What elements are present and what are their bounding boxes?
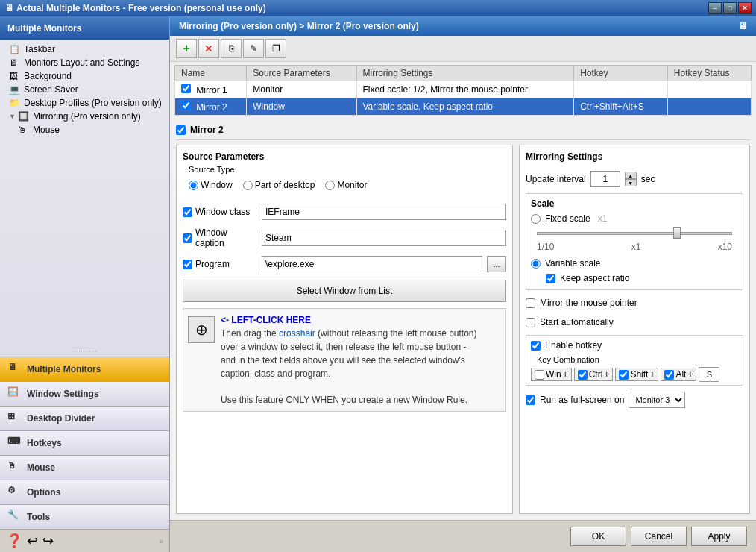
sidebar-item-mouse[interactable]: 🖱 Mouse [0, 123, 169, 137]
sidebar-btn-hotkeys[interactable]: ⌨ Hotkeys [0, 430, 169, 455]
alt-key-label: Alt [675, 369, 686, 380]
radio-monitor[interactable] [325, 181, 335, 190]
enable-hotkey-checkbox[interactable] [531, 341, 541, 351]
crosshair-line1: Then drag the crosshair (without releasi… [221, 328, 477, 339]
content-title: Mirroring (Pro version only) > Mirror 2 … [179, 21, 419, 31]
win-plus: + [563, 369, 568, 380]
window-fields: Window class Window caption [183, 202, 506, 274]
crosshair-highlight: crosshair [279, 328, 315, 339]
sidebar-btn-window-settings[interactable]: 🪟 Window Settings [0, 381, 169, 406]
duplicate-button[interactable]: ❐ [265, 39, 286, 58]
sidebar-btn-multiple-monitors[interactable]: 🖥 Multiple Monitors [0, 357, 169, 381]
monitor-select[interactable]: Monitor 3 Monitor 1 Monitor 2 [629, 392, 685, 408]
row1-hotkey [574, 81, 668, 98]
cancel-button[interactable]: Cancel [631, 527, 687, 546]
add-button[interactable]: + [176, 39, 197, 58]
shift-plus: + [649, 369, 655, 380]
enable-hotkey-label: Enable hotkey [545, 340, 602, 351]
screensaver-icon: 💻 [9, 84, 21, 95]
window-caption-input[interactable] [262, 230, 506, 246]
add-icon: + [183, 42, 189, 55]
expand-sidebar-icon[interactable]: » [159, 537, 163, 545]
radio-window-option[interactable]: Window [189, 180, 233, 190]
apply-button[interactable]: Apply [691, 527, 747, 546]
variable-scale-radio[interactable] [531, 259, 541, 269]
update-interval-row: Update interval ▲ ▼ sec [526, 171, 743, 187]
ctrl-key-checkbox[interactable] [578, 370, 588, 380]
panel-title-row: Mirror 2 [176, 125, 750, 140]
ok-button[interactable]: OK [570, 527, 626, 546]
minimize-button[interactable]: ─ [708, 2, 722, 14]
row1-mirroring: Fixed scale: 1/2, Mirror the mouse point… [356, 81, 574, 98]
desktop-divider-icon: ⊞ [7, 411, 22, 426]
mirror-mouse-checkbox[interactable] [526, 298, 535, 308]
table-row[interactable]: Mirror 2 Window Variable scale, Keep asp… [175, 98, 752, 116]
options-icon: ⚙ [7, 485, 22, 500]
taskbar-icon: 📋 [9, 44, 21, 54]
radio-window[interactable] [189, 181, 198, 190]
redo-icon[interactable]: ↪ [42, 533, 54, 549]
window-class-checkbox[interactable] [183, 207, 192, 217]
col-name: Name [175, 66, 247, 81]
sidebar-item-mirroring[interactable]: ▼ 🔲 Mirroring (Pro version only) [0, 110, 169, 123]
source-params-section: Source Parameters Source Type Window [183, 151, 506, 193]
crosshair-icon[interactable]: ⊕ [188, 316, 215, 343]
scale-labels: 1/10 x1 x10 [537, 242, 732, 252]
sidebar-btn-tools[interactable]: 🔧 Tools [0, 504, 169, 529]
radio-part-desktop[interactable] [243, 181, 253, 190]
fullscreen-label: Run as full-screen on [540, 395, 624, 405]
undo-icon[interactable]: ↩ [27, 533, 38, 549]
select-window-button[interactable]: Select Window from List [183, 280, 506, 302]
sidebar-btn-desktop-divider[interactable]: ⊞ Desktop Divider [0, 406, 169, 430]
program-input[interactable] [262, 256, 482, 272]
row2-checkbox[interactable] [181, 101, 191, 110]
start-auto-checkbox[interactable] [526, 318, 535, 327]
radio-monitor-option[interactable]: Monitor [325, 180, 367, 190]
row1-checkbox[interactable] [181, 84, 191, 93]
maximize-button[interactable]: □ [723, 2, 737, 14]
copy-button[interactable]: ⎘ [221, 39, 242, 58]
fixed-scale-row: Fixed scale x1 [531, 213, 738, 224]
window-class-input[interactable] [262, 204, 506, 220]
alt-key-checkbox[interactable] [664, 370, 674, 380]
shift-key-checkbox[interactable] [619, 370, 629, 380]
close-button[interactable]: ✕ [738, 2, 752, 14]
ctrl-plus: + [604, 369, 609, 380]
sidebar-btn-options[interactable]: ⚙ Options [0, 480, 169, 504]
sidebar-item-monitors-layout[interactable]: 🖥 Monitors Layout and Settings [0, 56, 169, 69]
variable-scale-label: Variable scale [545, 258, 600, 269]
program-checkbox[interactable] [183, 260, 192, 269]
browse-button[interactable]: ... [487, 256, 506, 272]
sidebar-item-screensaver[interactable]: 💻 Screen Saver [0, 83, 169, 96]
content-header: Mirroring (Pro version only) > Mirror 2 … [170, 16, 756, 36]
edit-icon: ✎ [250, 43, 257, 54]
spin-down[interactable]: ▼ [625, 179, 637, 186]
sidebar-item-taskbar[interactable]: 📋 Taskbar [0, 43, 169, 56]
scale-label: Scale [531, 198, 738, 209]
sidebar-item-background[interactable]: 🖼 Background [0, 69, 169, 83]
slider-thumb[interactable] [673, 227, 681, 239]
window-class-row: Window class [183, 202, 506, 222]
mouse-icon: 🖱 [18, 125, 30, 135]
sidebar-btn-mouse[interactable]: 🖱 Mouse [0, 455, 169, 480]
fixed-scale-radio[interactable] [531, 214, 541, 224]
scale-min-label: 1/10 [537, 242, 554, 252]
mouse-btn-icon: 🖱 [7, 460, 22, 475]
help-icon[interactable]: ❓ [6, 533, 22, 549]
update-interval-input[interactable] [590, 171, 620, 187]
table-row[interactable]: Mirror 1 Monitor Fixed scale: 1/2, Mirro… [175, 81, 752, 98]
window-caption-checkbox[interactable] [183, 233, 192, 243]
mirror2-enabled-checkbox[interactable] [176, 125, 186, 135]
spin-up[interactable]: ▲ [625, 172, 637, 179]
settings-panel: Mirror 2 Source Parameters Source Type W… [170, 119, 756, 520]
keep-aspect-checkbox[interactable] [546, 274, 555, 283]
sidebar-item-desktop-profiles[interactable]: 📁 Desktop Profiles (Pro version only) [0, 96, 169, 110]
program-row: Program ... [183, 254, 506, 274]
delete-button[interactable]: ✕ [198, 39, 219, 58]
key-letter-input[interactable] [699, 367, 719, 382]
source-type-radio-group: Window Part of desktop Monitor [189, 177, 506, 193]
win-key-checkbox[interactable] [535, 370, 544, 380]
radio-part-desktop-option[interactable]: Part of desktop [243, 180, 315, 190]
fullscreen-checkbox[interactable] [526, 395, 535, 405]
edit-button[interactable]: ✎ [243, 39, 264, 58]
